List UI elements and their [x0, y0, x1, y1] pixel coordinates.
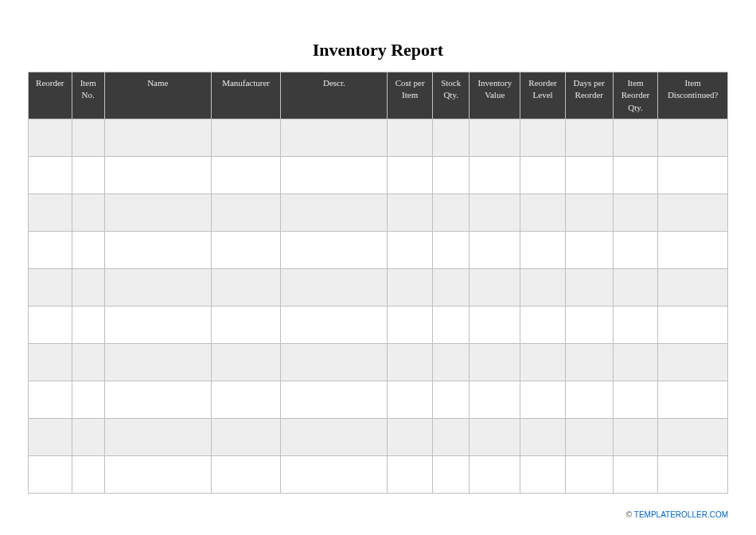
- cell-costper: [388, 307, 433, 344]
- cell-costper: [388, 456, 433, 494]
- col-header-stockqty: Stock Qty.: [432, 72, 469, 119]
- cell-name: [104, 307, 211, 344]
- cell-stockqty: [432, 307, 469, 344]
- table-row: [29, 456, 728, 494]
- cell-discontinued: [658, 381, 728, 419]
- cell-stockqty: [432, 232, 469, 269]
- cell-itemreorderqty: [613, 419, 658, 456]
- cell-daysper: [565, 344, 613, 381]
- cell-manufacturer: [211, 232, 281, 269]
- cell-manufacturer: [211, 269, 281, 307]
- cell-reorder: [29, 194, 72, 232]
- table-row: [29, 381, 728, 419]
- cell-reorder: [29, 119, 72, 157]
- footer-link[interactable]: TEMPLATEROLLER.COM: [634, 510, 728, 519]
- cell-costper: [388, 269, 433, 307]
- cell-name: [104, 269, 211, 307]
- cell-reorder: [29, 307, 72, 344]
- col-header-name: Name: [104, 72, 211, 119]
- cell-descr: [281, 456, 388, 494]
- col-header-reorderlevel: Reorder Level: [520, 72, 566, 119]
- cell-manufacturer: [211, 344, 281, 381]
- col-header-discontinued: Item Discontinued?: [658, 72, 728, 119]
- table-row: [29, 269, 728, 307]
- cell-invvalue: [470, 456, 520, 494]
- cell-manufacturer: [211, 456, 281, 494]
- cell-name: [104, 456, 211, 494]
- cell-name: [104, 119, 211, 157]
- cell-itemreorderqty: [613, 344, 658, 381]
- cell-daysper: [565, 381, 613, 419]
- cell-daysper: [565, 419, 613, 456]
- cell-discontinued: [658, 419, 728, 456]
- cell-descr: [281, 381, 388, 419]
- cell-invvalue: [470, 194, 520, 232]
- cell-reorder: [29, 381, 72, 419]
- footer: © TEMPLATEROLLER.COM: [626, 510, 728, 519]
- cell-name: [104, 381, 211, 419]
- cell-costper: [388, 381, 433, 419]
- col-header-manufacturer: Manufacturer: [211, 72, 281, 119]
- cell-invvalue: [470, 119, 520, 157]
- cell-reorderlevel: [520, 344, 566, 381]
- cell-manufacturer: [211, 194, 281, 232]
- cell-invvalue: [470, 419, 520, 456]
- cell-descr: [281, 194, 388, 232]
- cell-costper: [388, 344, 433, 381]
- footer-copyright: ©: [626, 510, 634, 519]
- cell-costper: [388, 194, 433, 232]
- cell-discontinued: [658, 119, 728, 157]
- cell-itemreorderqty: [613, 269, 658, 307]
- cell-name: [104, 157, 211, 194]
- cell-costper: [388, 419, 433, 456]
- cell-stockqty: [432, 269, 469, 307]
- cell-reorderlevel: [520, 157, 566, 194]
- cell-discontinued: [658, 232, 728, 269]
- cell-itemreorderqty: [613, 157, 658, 194]
- cell-reorderlevel: [520, 119, 566, 157]
- cell-manufacturer: [211, 419, 281, 456]
- cell-descr: [281, 307, 388, 344]
- cell-reorder: [29, 456, 72, 494]
- cell-discontinued: [658, 344, 728, 381]
- cell-itemno: [72, 344, 104, 381]
- table-row: [29, 419, 728, 456]
- cell-itemno: [72, 419, 104, 456]
- cell-stockqty: [432, 119, 469, 157]
- cell-daysper: [565, 157, 613, 194]
- cell-descr: [281, 157, 388, 194]
- cell-invvalue: [470, 269, 520, 307]
- cell-reorderlevel: [520, 381, 566, 419]
- cell-costper: [388, 119, 433, 157]
- cell-reorder: [29, 419, 72, 456]
- cell-itemreorderqty: [613, 194, 658, 232]
- cell-reorderlevel: [520, 232, 566, 269]
- cell-itemno: [72, 456, 104, 494]
- cell-itemreorderqty: [613, 381, 658, 419]
- cell-stockqty: [432, 194, 469, 232]
- cell-itemno: [72, 232, 104, 269]
- cell-itemreorderqty: [613, 456, 658, 494]
- cell-reorder: [29, 269, 72, 307]
- cell-discontinued: [658, 307, 728, 344]
- cell-name: [104, 194, 211, 232]
- cell-stockqty: [432, 157, 469, 194]
- table-row: [29, 307, 728, 344]
- col-header-itemreorderqty: Item Reorder Qty.: [613, 72, 658, 119]
- cell-stockqty: [432, 344, 469, 381]
- cell-itemreorderqty: [613, 307, 658, 344]
- cell-daysper: [565, 307, 613, 344]
- cell-reorder: [29, 344, 72, 381]
- table-row: [29, 344, 728, 381]
- cell-daysper: [565, 269, 613, 307]
- col-header-invvalue: Inventory Value: [470, 72, 520, 119]
- col-header-itemno: Item No.: [72, 72, 104, 119]
- cell-manufacturer: [211, 119, 281, 157]
- cell-itemno: [72, 119, 104, 157]
- cell-invvalue: [470, 307, 520, 344]
- cell-itemno: [72, 194, 104, 232]
- table-header-row: Reorder Item No. Name Manufacturer Descr…: [29, 72, 728, 119]
- cell-invvalue: [470, 381, 520, 419]
- cell-reorder: [29, 157, 72, 194]
- cell-reorderlevel: [520, 307, 566, 344]
